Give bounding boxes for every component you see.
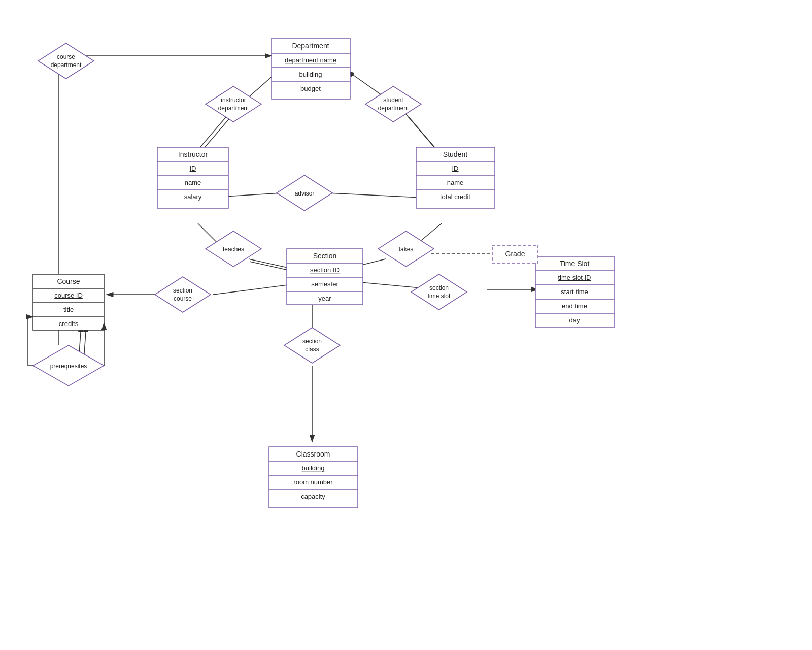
svg-text:class: class [305,346,319,353]
svg-text:prerequesites: prerequesites [50,363,87,370]
course-attr-credits: credits [59,320,79,328]
department-attr-budget: budget [300,85,321,92]
timeslot-attr-start: start time [561,288,588,296]
instructor-title: Instructor [178,150,208,158]
svg-text:department: department [218,105,249,112]
grade-box: Grade [492,245,538,263]
course-title: Course [57,277,80,285]
entity-instructor: Instructor ID name salary [157,147,228,208]
classroom-title: Classroom [296,450,330,458]
department-attr-building: building [299,71,322,78]
entity-timeslot: Time Slot time slot ID start time end ti… [535,256,614,328]
svg-text:department: department [378,105,409,112]
svg-text:course: course [174,295,192,302]
timeslot-title: Time Slot [560,259,590,268]
entity-section: Section section ID semester year [287,249,363,305]
instructor-attr-salary: salary [184,193,202,201]
student-title: Student [443,150,467,158]
entity-department: Department department name building budg… [272,38,350,99]
department-title: Department [292,42,329,50]
entity-classroom: Classroom building room number capacity [269,447,358,508]
student-attr-credit: total credit [440,193,470,201]
svg-text:instructor: instructor [221,96,246,104]
section-attr-semester: semester [311,280,339,288]
entity-course: Course course ID title credits [33,274,104,330]
timeslot-attr-day: day [569,316,580,324]
grade-label: Grade [505,250,525,258]
svg-text:takes: takes [399,246,414,253]
classroom-attr-roomnum: room number [293,478,333,486]
course-attr-title: title [63,306,74,313]
svg-text:section: section [173,287,192,294]
classroom-attr-building: building [302,464,325,472]
instructor-attr-name: name [185,179,201,186]
section-attr-year: year [318,295,331,302]
section-attr-id: section ID [310,266,340,274]
student-attr-name: name [447,179,464,186]
svg-text:department: department [51,61,82,69]
department-attr-name: department name [285,56,336,64]
entity-student: Student ID name total credit [416,147,495,208]
instructor-attr-id: ID [190,165,196,172]
classroom-attr-capacity: capacity [301,493,325,500]
student-attr-id: ID [452,165,459,172]
svg-text:time slot: time slot [428,292,451,300]
timeslot-attr-end: end time [562,302,587,310]
svg-text:advisor: advisor [295,190,315,197]
svg-text:teaches: teaches [223,246,244,253]
svg-text:section: section [302,338,322,345]
svg-text:course: course [57,53,75,60]
svg-text:section: section [429,284,449,291]
timeslot-attr-id: time slot ID [558,274,591,281]
section-title: Section [313,252,337,260]
svg-text:student: student [383,96,403,104]
course-attr-id: course ID [54,291,83,299]
